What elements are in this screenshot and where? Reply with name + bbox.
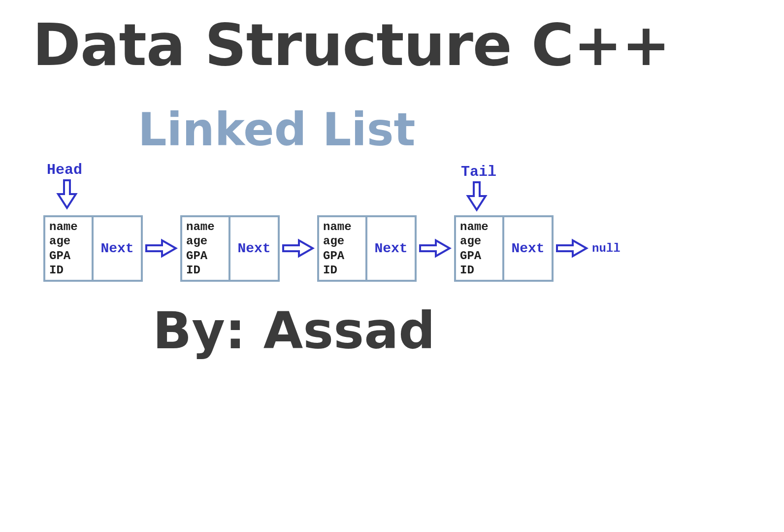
null-label: null — [592, 242, 621, 255]
list-node: name age GPA ID Next — [317, 215, 417, 282]
node-field: age — [460, 234, 499, 248]
node-field: name — [186, 220, 226, 234]
node-field: GPA — [323, 249, 362, 263]
next-arrow-icon — [144, 238, 179, 258]
node-field: ID — [323, 264, 362, 277]
node-next-cell: Next — [94, 215, 143, 282]
next-arrow-icon — [281, 238, 316, 258]
next-label: Next — [100, 241, 133, 256]
node-field: ID — [186, 264, 226, 277]
head-arrow-icon — [57, 179, 77, 208]
tail-label: Tail — [461, 164, 496, 180]
byline: By: Assad — [153, 300, 435, 361]
node-field: ID — [49, 264, 89, 277]
next-arrow-icon — [555, 238, 590, 258]
node-next-cell: Next — [230, 215, 280, 282]
node-field: name — [460, 220, 499, 234]
node-data-cell: name age GPA ID — [454, 215, 504, 282]
page-subtitle: Linked List — [138, 103, 416, 156]
node-data-cell: name age GPA ID — [317, 215, 367, 282]
node-next-cell: Next — [504, 215, 554, 282]
list-node: name age GPA ID Next — [43, 215, 143, 282]
node-data-cell: name age GPA ID — [180, 215, 230, 282]
list-node: name age GPA ID Next — [454, 215, 554, 282]
next-label: Next — [511, 241, 544, 256]
node-field: ID — [460, 264, 499, 277]
node-field: GPA — [49, 249, 89, 263]
node-field: age — [186, 234, 226, 248]
node-field: age — [323, 234, 362, 248]
linked-list-row: name age GPA ID Next name age GPA ID — [43, 214, 621, 283]
next-label: Next — [374, 241, 407, 256]
node-field: GPA — [186, 249, 226, 263]
list-node: name age GPA ID Next — [180, 215, 280, 282]
page-title: Data Structure C++ — [33, 11, 670, 79]
node-field: age — [49, 234, 89, 248]
node-field: name — [49, 220, 89, 234]
next-label: Next — [237, 241, 270, 256]
node-field: GPA — [460, 249, 499, 263]
node-data-cell: name age GPA ID — [43, 215, 94, 282]
node-field: name — [323, 220, 362, 234]
diagram-canvas: Data Structure C++ Linked List Head Tail… — [0, 0, 784, 532]
node-next-cell: Next — [367, 215, 417, 282]
head-label: Head — [47, 162, 82, 178]
next-arrow-icon — [418, 238, 453, 258]
tail-arrow-icon — [467, 181, 487, 210]
